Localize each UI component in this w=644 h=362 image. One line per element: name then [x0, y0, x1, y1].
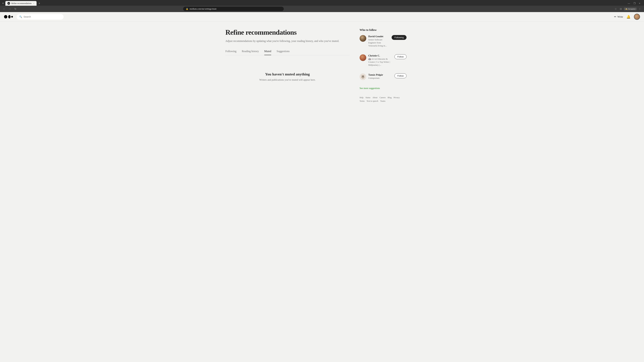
browser-toolbar: ← → ↻ 🔒 medium.com/me/settings/mute ☆ ⊡ …	[0, 6, 644, 12]
follow-bio-david: Senior Software Engineer from Venezuela …	[368, 38, 390, 47]
browser-chrome: ▼ ●● Refine recommendations × + — ❐ × ← …	[0, 0, 644, 12]
follow-item-christie: Christie C. 🤖 AI Art Educator & Creator …	[360, 54, 406, 70]
avatar-image-christie	[360, 54, 366, 61]
search-icon: 🔍	[19, 15, 22, 18]
empty-state-subtitle: Writers and publications you've muted wi…	[229, 78, 346, 81]
window-minimize-button[interactable]: —	[627, 1, 631, 5]
follow-button-tamas[interactable]: Follow	[394, 73, 406, 78]
follow-button-christie[interactable]: Follow	[394, 54, 406, 59]
svg-point-9	[363, 76, 364, 77]
forward-button[interactable]: →	[8, 7, 12, 11]
write-button[interactable]: ✏ Write	[614, 15, 623, 18]
who-to-follow-title: Who to follow	[360, 28, 406, 32]
avatar-image-david	[360, 35, 366, 42]
address-bar[interactable]: 🔒 medium.com/me/settings/mute	[183, 7, 284, 11]
see-more-suggestions-link[interactable]: See more suggestions	[360, 87, 406, 90]
footer-link-status[interactable]: Status	[366, 96, 370, 99]
sidebar-button[interactable]: ⊡	[619, 7, 623, 11]
footer-link-privacy[interactable]: Privacy	[394, 96, 400, 99]
svg-point-0	[4, 15, 8, 18]
tab-suggestions[interactable]: Suggestions	[276, 50, 290, 55]
svg-point-2	[11, 16, 13, 17]
search-bar[interactable]: 🔍	[16, 14, 64, 19]
more-button[interactable]: ⋮	[638, 7, 642, 11]
search-input[interactable]	[24, 15, 50, 18]
follow-avatar-david[interactable]	[360, 35, 366, 42]
footer-link-text-to-speech[interactable]: Text to speech	[366, 100, 378, 102]
follow-info-david: David Goudet Senior Software Engineer fr…	[368, 35, 390, 47]
tabs-container: Following Reading history Muted Suggesti…	[226, 50, 350, 55]
window-controls: — ❐ ×	[627, 1, 643, 5]
notification-bell-icon[interactable]: 🔔	[626, 15, 630, 19]
follow-info-tamas: Tamás Polgár Unimportant.	[368, 73, 392, 80]
tab-reading-history[interactable]: Reading history	[242, 50, 259, 55]
tab-list-button[interactable]: ▼	[1, 1, 5, 5]
footer-link-teams[interactable]: Teams	[380, 100, 386, 102]
medium-app: 🔍 ✏ Write 🔔 Refine recommendations Adjus…	[0, 12, 644, 361]
content-area: Refine recommendations Adjust recommenda…	[226, 28, 350, 102]
sidebar: Who to follow David Goudet Senior Softwa…	[360, 28, 406, 102]
window-restore-button[interactable]: ❐	[632, 1, 636, 5]
browser-tab-bar: ▼ ●● Refine recommendations × + — ❐ ×	[0, 0, 644, 6]
follow-item-david-goudet: David Goudet Senior Software Engineer fr…	[360, 35, 406, 51]
follow-avatar-tamas[interactable]	[360, 73, 366, 80]
address-text: medium.com/me/settings/mute	[190, 7, 281, 10]
follow-bio-christie: 🤖 AI Art Educator & Creator | 5 x Top Wr…	[368, 57, 392, 67]
avatar-image	[634, 14, 640, 19]
star-button[interactable]: ☆	[614, 7, 618, 11]
following-button-david[interactable]: Following	[392, 35, 406, 40]
tab-title: Refine recommendations	[12, 2, 32, 5]
reload-button[interactable]: ↻	[14, 7, 18, 11]
window-close-button[interactable]: ×	[638, 1, 641, 5]
footer-link-blog[interactable]: Blog	[388, 96, 392, 99]
follow-name-tamas: Tamás Polgár	[368, 73, 392, 76]
medium-logo[interactable]	[4, 14, 13, 19]
incognito-badge: 🕵 Incognito	[624, 7, 636, 10]
follow-name-david: David Goudet	[368, 35, 390, 38]
page-title: Refine recommendations	[226, 28, 350, 36]
write-label: Write	[617, 15, 623, 18]
nav-right: ✏ Write 🔔	[614, 14, 640, 20]
follow-bio-tamas: Unimportant.	[368, 77, 392, 80]
follow-name-christie: Christie C.	[368, 54, 392, 57]
empty-state: You haven't muted anything Writers and p…	[226, 62, 350, 91]
footer-link-terms[interactable]: Terms	[360, 100, 364, 102]
page-subtitle: Adjust recommendations by updating what …	[226, 39, 350, 43]
browser-toolbar-right: ☆ ⊡ 🕵 Incognito ⋮	[614, 7, 642, 11]
top-nav: 🔍 ✏ Write 🔔	[0, 12, 644, 22]
svg-point-8	[362, 76, 363, 77]
tab-close-button[interactable]: ×	[33, 2, 34, 5]
new-tab-button[interactable]: +	[37, 1, 42, 5]
back-button[interactable]: ←	[2, 7, 6, 11]
svg-point-1	[8, 15, 10, 18]
tab-favicon: ●●	[8, 2, 10, 5]
follow-info-christie: Christie C. 🤖 AI Art Educator & Creator …	[368, 54, 392, 67]
footer-link-help[interactable]: Help	[360, 96, 364, 99]
main-content: Refine recommendations Adjust recommenda…	[221, 22, 422, 109]
incognito-icon: 🕵	[625, 8, 628, 10]
footer-link-careers[interactable]: Careers	[380, 96, 386, 99]
user-avatar[interactable]	[634, 14, 640, 20]
avatar-image-tamas	[360, 73, 366, 80]
favicon-icon: ●●	[8, 3, 10, 4]
write-icon: ✏	[614, 15, 616, 18]
incognito-label: Incognito	[628, 8, 635, 10]
tab-following[interactable]: Following	[226, 50, 236, 55]
footer-links: Help Status About Careers Blog Privacy T…	[360, 96, 406, 102]
tab-muted[interactable]: Muted	[264, 50, 271, 55]
browser-tab-active[interactable]: ●● Refine recommendations ×	[5, 1, 36, 6]
follow-avatar-christie[interactable]	[360, 54, 366, 61]
empty-state-title: You haven't muted anything	[229, 72, 346, 76]
footer-link-about[interactable]: About	[372, 96, 378, 99]
secure-icon: 🔒	[186, 8, 188, 10]
follow-item-tamas: Tamás Polgár Unimportant. Follow	[360, 73, 406, 84]
